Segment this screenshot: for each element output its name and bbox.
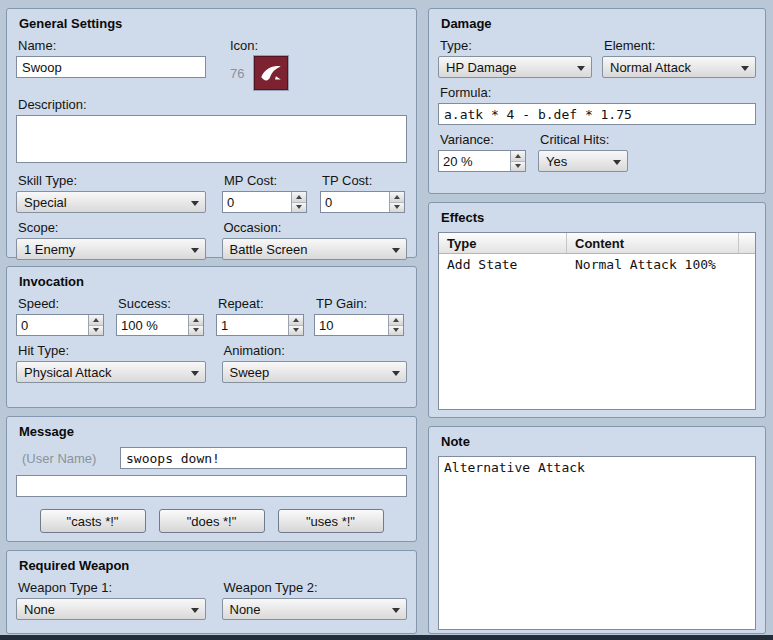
- spin-down-button[interactable]: [289, 326, 303, 336]
- chevron-down-icon: [191, 371, 199, 376]
- chevron-down-icon: [191, 248, 199, 253]
- effects-column-content[interactable]: Content: [567, 233, 739, 253]
- spin-down-button[interactable]: [292, 203, 306, 213]
- arrow-down-icon: [93, 328, 99, 332]
- hit-type-label: Hit Type:: [18, 343, 206, 358]
- message-line1-input[interactable]: [120, 447, 407, 469]
- occasion-label: Occasion:: [224, 220, 408, 235]
- critical-hits-select[interactable]: Yes: [538, 150, 628, 172]
- skill-icon[interactable]: [254, 56, 288, 90]
- spin-up-button[interactable]: [389, 315, 403, 326]
- message-panel: Message (User Name) "casts *!" "does *!"…: [6, 416, 417, 542]
- damage-type-value: HP Damage: [446, 60, 517, 75]
- tp-gain-input[interactable]: [315, 315, 388, 335]
- spin-up-button[interactable]: [292, 192, 306, 203]
- hit-type-select[interactable]: Physical Attack: [16, 361, 206, 383]
- speed-stepper[interactable]: [16, 314, 104, 336]
- effects-column-spacer: [739, 233, 755, 253]
- weapon-type-1-select[interactable]: None: [16, 598, 206, 620]
- tp-gain-stepper[interactable]: [314, 314, 404, 336]
- damage-type-label: Type:: [440, 38, 592, 53]
- user-name-label: (User Name): [16, 451, 120, 466]
- effect-type-cell: Add State: [439, 255, 567, 274]
- variance-label: Variance:: [440, 132, 526, 147]
- mp-cost-label: MP Cost:: [224, 173, 307, 188]
- damage-title: Damage: [441, 16, 756, 31]
- effects-row[interactable]: Add State Normal Attack 100%: [439, 254, 755, 275]
- occasion-select[interactable]: Battle Screen: [222, 238, 408, 260]
- does-preset-button[interactable]: "does *!": [159, 509, 265, 533]
- repeat-input[interactable]: [217, 315, 288, 335]
- effects-title: Effects: [441, 210, 756, 225]
- effects-table-header: Type Content: [439, 233, 755, 254]
- success-input[interactable]: [117, 315, 188, 335]
- weapon-type-2-label: Weapon Type 2:: [224, 580, 408, 595]
- tp-cost-input[interactable]: [321, 192, 389, 212]
- message-line2-input[interactable]: [16, 475, 407, 497]
- note-textarea[interactable]: Alternative Attack: [438, 456, 756, 630]
- casts-preset-button[interactable]: "casts *!": [40, 509, 146, 533]
- spin-up-button[interactable]: [289, 315, 303, 326]
- spin-down-button[interactable]: [390, 203, 404, 213]
- effects-panel: Effects Type Content Add State Normal At…: [428, 202, 766, 418]
- swoop-bird-icon: [258, 60, 284, 86]
- tp-gain-label: TP Gain:: [316, 296, 404, 311]
- arrow-up-icon: [296, 195, 302, 199]
- spin-up-button[interactable]: [390, 192, 404, 203]
- variance-input[interactable]: [439, 151, 510, 171]
- animation-label: Animation:: [224, 343, 408, 358]
- uses-preset-button[interactable]: "uses *!": [278, 509, 384, 533]
- spin-up-button[interactable]: [189, 315, 203, 326]
- tp-cost-stepper[interactable]: [320, 191, 405, 213]
- effects-column-type[interactable]: Type: [439, 233, 567, 253]
- skill-type-select[interactable]: Special: [16, 191, 206, 213]
- repeat-stepper[interactable]: [216, 314, 304, 336]
- window-bottom-edge: [0, 635, 773, 640]
- damage-panel: Damage Type: HP Damage Element: Normal A…: [428, 8, 766, 194]
- arrow-down-icon: [394, 205, 400, 209]
- animation-select[interactable]: Sweep: [222, 361, 408, 383]
- critical-hits-value: Yes: [546, 154, 567, 169]
- spin-down-button[interactable]: [511, 162, 525, 172]
- weapon-type-2-value: None: [230, 602, 261, 617]
- scope-select[interactable]: 1 Enemy: [16, 238, 206, 260]
- arrow-up-icon: [193, 318, 199, 322]
- formula-label: Formula:: [440, 85, 756, 100]
- success-stepper[interactable]: [116, 314, 204, 336]
- speed-input[interactable]: [17, 315, 88, 335]
- arrow-up-icon: [293, 318, 299, 322]
- variance-stepper[interactable]: [438, 150, 526, 172]
- tp-cost-label: TP Cost:: [322, 173, 405, 188]
- arrow-up-icon: [93, 318, 99, 322]
- chevron-down-icon: [392, 248, 400, 253]
- arrow-up-icon: [393, 318, 399, 322]
- name-input[interactable]: [16, 56, 206, 78]
- hit-type-value: Physical Attack: [24, 365, 111, 380]
- spin-down-button[interactable]: [389, 326, 403, 336]
- spin-up-button[interactable]: [89, 315, 103, 326]
- element-value: Normal Attack: [610, 60, 691, 75]
- message-title: Message: [19, 424, 407, 439]
- icon-index: 76: [228, 66, 254, 81]
- description-label: Description:: [18, 97, 407, 112]
- mp-cost-input[interactable]: [223, 192, 291, 212]
- weapon-type-2-select[interactable]: None: [222, 598, 408, 620]
- element-select[interactable]: Normal Attack: [602, 56, 756, 78]
- arrow-down-icon: [515, 164, 521, 168]
- description-textarea[interactable]: [16, 115, 407, 163]
- occasion-value: Battle Screen: [230, 242, 308, 257]
- spin-down-button[interactable]: [89, 326, 103, 336]
- name-label: Name:: [18, 38, 206, 53]
- general-settings-title: General Settings: [19, 16, 407, 31]
- icon-label: Icon:: [230, 38, 288, 53]
- arrow-up-icon: [515, 154, 521, 158]
- weapon-type-1-label: Weapon Type 1:: [18, 580, 206, 595]
- effects-table[interactable]: Type Content Add State Normal Attack 100…: [438, 232, 756, 410]
- spin-up-button[interactable]: [511, 151, 525, 162]
- formula-input[interactable]: [438, 103, 756, 125]
- skill-editor: General Settings Name: Icon: 76: [0, 0, 773, 640]
- damage-type-select[interactable]: HP Damage: [438, 56, 592, 78]
- mp-cost-stepper[interactable]: [222, 191, 307, 213]
- spin-down-button[interactable]: [189, 326, 203, 336]
- chevron-down-icon: [577, 66, 585, 71]
